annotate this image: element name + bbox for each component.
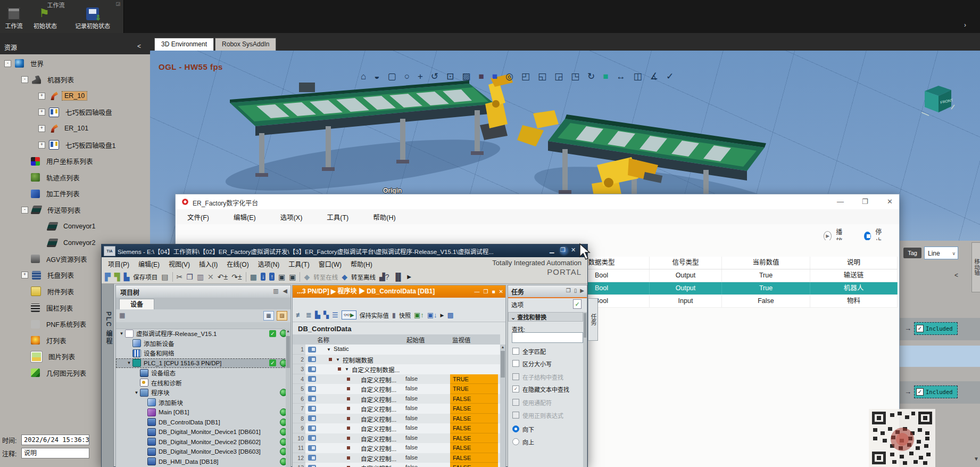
collapse-icon[interactable]: ▼	[134, 390, 139, 395]
checkbox-icon[interactable]	[512, 412, 519, 419]
db-row[interactable]: 4自定义控制...falseTRUE	[293, 374, 500, 384]
tia-menu-视图[interactable]: 视图(V)	[169, 259, 190, 268]
expand-icon[interactable]: +	[21, 272, 28, 278]
signal-column-header[interactable]: 当前数值	[722, 257, 810, 269]
shade-blue-icon[interactable]: ■	[492, 71, 497, 83]
er-maximize-button[interactable]: ❐	[862, 198, 868, 206]
er-menu-文件[interactable]: 文件(F)	[187, 212, 209, 222]
tia-titlebar[interactable]: TIA Siemens - E:\【04】工作资料\【02】ER_Factory…	[102, 244, 587, 257]
db-row[interactable]: 2▼控制端数据	[293, 355, 500, 365]
tia-tree-item[interactable]: 在线和诊断	[116, 378, 290, 388]
checkbox-icon[interactable]	[512, 348, 519, 355]
checkbox-icon[interactable]	[512, 360, 519, 367]
scroll-up-icon[interactable]: ▲	[500, 345, 505, 349]
ribbon-button-3[interactable]: ⇩记录初始状态	[65, 7, 120, 32]
column-monitor-value[interactable]: 监视值	[452, 335, 471, 344]
db-member-name[interactable]: 自定义控制...	[361, 405, 396, 413]
monitor-value[interactable]: FALSE	[450, 453, 498, 463]
tab-3d-environment[interactable]: 3D Environment	[154, 38, 214, 51]
view-iso-icon[interactable]: ◰	[521, 71, 530, 83]
upload-from-device-icon[interactable]: ↑	[269, 273, 275, 281]
signal-column-header[interactable]: 信号类型	[650, 257, 722, 269]
tia-restore-button[interactable]: ❐	[560, 247, 566, 253]
start-value[interactable]: false	[405, 464, 418, 467]
top-right-chevron-icon[interactable]: ›	[964, 21, 966, 29]
tia-tree-item[interactable]: 添加新设备	[116, 339, 290, 349]
editor-breadcrumb[interactable]: ...3 PN/DP] ▶ 程序块 ▶ DB_ControlData [DB1]	[293, 285, 505, 298]
redo-icon[interactable]: ↷±	[231, 272, 242, 282]
center-target-icon[interactable]: ◎	[505, 71, 513, 83]
measure-icon[interactable]: ↔	[617, 71, 626, 83]
view-right-icon[interactable]: ◳	[571, 71, 579, 83]
tia-tree-item[interactable]: DB_HMI_Data [DB18]	[116, 457, 290, 467]
resource-tree-item[interactable]: +七巧板四轴吸盘1	[38, 137, 118, 153]
db-member-name[interactable]: 自定义控制...	[361, 464, 396, 467]
db-member-name[interactable]: 自定义控制...	[361, 424, 396, 433]
resource-tree-item[interactable]: 图片列表	[21, 349, 77, 365]
start-cpu-icon[interactable]: ▣	[278, 272, 285, 282]
compile-icon[interactable]: ▦	[250, 272, 257, 282]
monitor-value[interactable]: FALSE	[450, 404, 498, 414]
er-close-button[interactable]: ✕	[887, 198, 893, 206]
editor-maximize-icon[interactable]: ■	[492, 289, 495, 294]
snapshot-label[interactable]: 快照	[399, 311, 411, 319]
project-tree-scrollbar[interactable]: ▲	[286, 329, 290, 467]
er-menu-帮助[interactable]: 帮助(H)	[373, 212, 395, 222]
tasks-float-icon[interactable]: ❐	[566, 288, 571, 293]
tia-menu-项目[interactable]: 项目(P)	[108, 259, 129, 268]
tia-tree-item[interactable]: DB_ControlData [DB1]	[116, 417, 290, 428]
find-replace-section-header[interactable]: ⌄ 查找和替换	[508, 312, 583, 322]
start-value[interactable]: false	[405, 435, 418, 441]
tia-tree-item[interactable]: 设备组态	[116, 368, 290, 378]
tia-tree-item[interactable]: DB_Digital_Monitor_Device2 [DB602]	[116, 437, 290, 447]
resource-tree-item[interactable]: Conveyor2	[38, 235, 97, 251]
included-checkbox-icon[interactable]: ✓	[916, 388, 924, 396]
zoom-fit-icon[interactable]: ⊡	[446, 71, 454, 83]
find-option-checkbox[interactable]: ✓在隐藏文本中查找	[512, 385, 583, 393]
find-option-checkbox[interactable]: 在子结构中查找	[512, 373, 583, 381]
vertical-tab-move-axis[interactable]: 移动轴	[971, 242, 980, 292]
view-box-icon[interactable]: ◫	[634, 71, 642, 83]
resource-tree-item[interactable]: -世界	[4, 55, 46, 71]
find-option-checkbox[interactable]: 区分大小写	[512, 359, 583, 367]
expand-icon[interactable]: +	[38, 93, 45, 100]
start-value[interactable]: false	[405, 395, 418, 402]
toolbar-overflow-icon[interactable]: ▶	[407, 272, 411, 282]
tia-tree-item[interactable]: Main [OB1]	[116, 407, 290, 417]
radio-selected-icon[interactable]	[512, 425, 519, 432]
column-start-value[interactable]: 起始值	[406, 335, 425, 344]
angle-icon[interactable]: ∡	[650, 71, 658, 83]
panel-collapse-icon[interactable]: <	[954, 272, 958, 279]
find-option-checkbox[interactable]: 使用正则表达式	[512, 411, 583, 419]
db-row[interactable]: 13自定义控制...falseFALSE	[293, 463, 500, 467]
direction-radio[interactable]: 向上	[512, 438, 583, 446]
delete-icon[interactable]: ✕	[207, 272, 214, 282]
resource-tree-item[interactable]: +托盘列表	[21, 267, 76, 283]
editor-close-icon[interactable]: ✕	[499, 289, 503, 294]
copy-icon[interactable]: ❐	[186, 272, 193, 282]
section-hatch-icon[interactable]: ▨	[462, 71, 470, 83]
stop-icon[interactable]	[864, 232, 871, 241]
copy-snapshot-up-icon[interactable]: ▣↑	[414, 311, 424, 319]
er-menu-工具[interactable]: 工具(T)	[327, 212, 348, 222]
db-member-name[interactable]: 自定义控制...	[361, 385, 396, 394]
collapse-icon[interactable]: -	[21, 207, 28, 214]
tia-menu-编辑[interactable]: 编辑(E)	[138, 259, 160, 268]
download-to-device-icon[interactable]: ↓	[261, 273, 266, 281]
monitor-all-icon[interactable]: 👓▶	[342, 310, 356, 319]
signal-table-row[interactable]: BoolOutputTrue机器人	[554, 282, 898, 295]
db-row[interactable]: 6自定义控制...falseFALSE	[293, 394, 500, 404]
ribbon-dialog-launcher-icon[interactable]: ◲	[115, 1, 120, 6]
stop-cpu-icon[interactable]: ▣	[289, 272, 296, 282]
db-member-name[interactable]: 自定义控制数据...	[352, 365, 400, 374]
monitor-value[interactable]: FALSE	[450, 394, 498, 404]
go-online-icon[interactable]: ◆	[304, 272, 310, 282]
included-toggle[interactable]: ✓Included	[914, 322, 958, 335]
db-table-scrollbar[interactable]: ▲	[500, 345, 505, 467]
find-option-checkbox[interactable]: 使用通配符	[512, 398, 583, 406]
add-row-icon[interactable]: ≣	[306, 311, 312, 319]
go-offline-icon[interactable]: ◆	[342, 272, 347, 282]
db-row[interactable]: 7自定义控制...falseFALSE	[293, 404, 500, 414]
view-front-icon[interactable]: ◱	[538, 71, 546, 83]
tia-menu-帮助[interactable]: 帮助(H)	[351, 259, 372, 268]
